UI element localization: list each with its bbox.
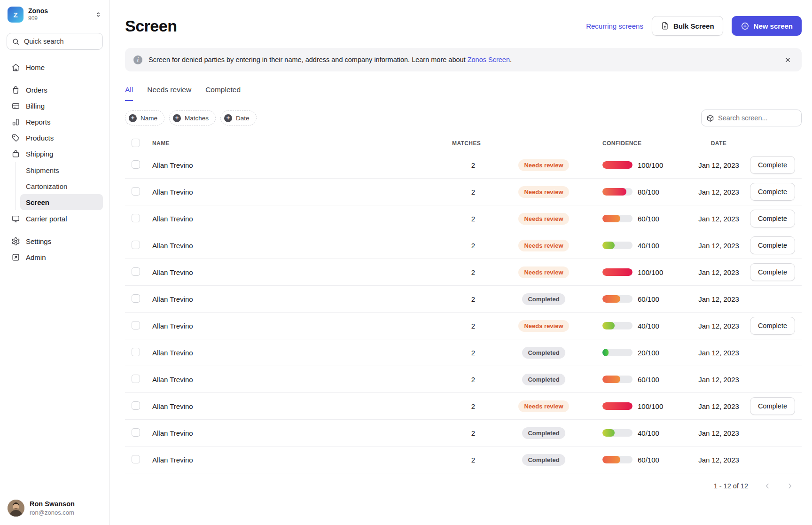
row-checkbox[interactable] — [132, 294, 140, 303]
org-id: 909 — [28, 16, 48, 22]
banner-text-suffix: . — [510, 56, 512, 63]
row-checkbox[interactable] — [132, 455, 140, 463]
plus-icon: + — [173, 114, 181, 122]
table-header: NAME MATCHES CONFIDENCE DATE — [125, 135, 802, 152]
table-row: Allan Trevino2Completed60/100Jan 12, 202… — [125, 366, 802, 393]
screen-search-input[interactable] — [718, 114, 796, 122]
status-badge: Completed — [522, 454, 565, 466]
complete-button[interactable]: Complete — [750, 210, 795, 227]
zonos-screen-link[interactable]: Zonos Screen — [468, 56, 510, 63]
row-date: Jan 12, 2023 — [689, 161, 748, 169]
sidebar-item-label: Shipments — [26, 166, 59, 174]
main-content: Screen Recurring screens Bulk Screen New… — [110, 0, 812, 525]
row-matches: 2 — [452, 295, 494, 303]
gear-icon — [11, 237, 20, 246]
row-checkbox[interactable] — [132, 375, 140, 383]
complete-button[interactable]: Complete — [750, 317, 795, 335]
sidebar-item-shipping[interactable]: Shipping — [7, 146, 103, 162]
complete-button[interactable]: Complete — [750, 263, 795, 281]
row-checkbox[interactable] — [132, 348, 140, 356]
chevron-right-icon[interactable] — [785, 481, 795, 491]
row-date: Jan 12, 2023 — [689, 242, 748, 250]
sidebar-item-settings[interactable]: Settings — [7, 233, 103, 249]
row-date: Jan 12, 2023 — [689, 295, 748, 303]
new-screen-button[interactable]: New screen — [732, 16, 802, 36]
complete-button[interactable]: Complete — [750, 156, 795, 174]
confidence-bar — [602, 456, 632, 463]
sidebar-item-orders[interactable]: Orders — [7, 82, 103, 98]
select-all-checkbox[interactable] — [132, 139, 140, 147]
tab-needs-review[interactable]: Needs review — [147, 86, 191, 101]
row-name: Allan Trevino — [152, 322, 452, 330]
row-checkbox[interactable] — [132, 160, 140, 169]
chevron-left-icon[interactable] — [762, 481, 773, 491]
sidebar-item-shipments[interactable]: Shipments — [20, 162, 103, 178]
confidence-value: 100/100 — [638, 268, 663, 276]
row-checkbox[interactable] — [132, 187, 140, 196]
status-badge: Needs review — [518, 213, 569, 225]
confidence-value: 20/100 — [638, 349, 659, 357]
page-header: Screen Recurring screens Bulk Screen New… — [125, 16, 802, 36]
nav-divider-space — [7, 75, 103, 82]
filter-chip-date[interactable]: + Date — [220, 110, 257, 125]
org-switcher[interactable]: Z Zonos 909 — [0, 7, 109, 23]
recurring-screens-link[interactable]: Recurring screens — [586, 22, 643, 30]
row-checkbox[interactable] — [132, 241, 140, 249]
filter-row: + Name + Matches + Date — [125, 110, 802, 126]
sidebar-item-reports[interactable]: Reports — [7, 114, 103, 130]
filter-label: Name — [141, 115, 157, 122]
table-body: Allan Trevino2Needs review100/100Jan 12,… — [125, 152, 802, 473]
sidebar-item-label: Reports — [26, 118, 51, 126]
filter-label: Matches — [185, 115, 209, 122]
complete-button[interactable]: Complete — [750, 397, 795, 415]
user-profile[interactable]: Ron Swanson ron@zonos.com — [0, 495, 109, 519]
info-icon: i — [133, 55, 142, 64]
confidence-bar — [602, 161, 632, 169]
row-checkbox[interactable] — [132, 214, 140, 222]
filter-chip-matches[interactable]: + Matches — [169, 110, 216, 125]
sidebar-item-label: Cartonization — [26, 182, 67, 190]
close-icon[interactable] — [782, 55, 793, 65]
sidebar-item-carrier-portal[interactable]: Carrier portal — [7, 211, 103, 227]
sidebar-item-screen[interactable]: Screen — [20, 194, 103, 210]
confidence-bar — [602, 429, 632, 437]
row-matches: 2 — [452, 349, 494, 357]
org-name: Zonos — [28, 7, 48, 15]
sidebar-item-cartonization[interactable]: Cartonization — [20, 178, 103, 194]
filter-chip-name[interactable]: + Name — [125, 110, 164, 125]
sidebar: Z Zonos 909 Home Orders — [0, 0, 110, 525]
row-checkbox[interactable] — [132, 321, 140, 329]
bulk-screen-label: Bulk Screen — [673, 22, 714, 30]
screen-table: NAME MATCHES CONFIDENCE DATE Allan Trevi… — [125, 135, 802, 473]
bar-chart-icon — [11, 118, 20, 126]
row-name: Allan Trevino — [152, 376, 452, 384]
status-badge: Completed — [522, 347, 565, 359]
sidebar-item-admin[interactable]: Admin — [7, 249, 103, 265]
row-checkbox[interactable] — [132, 267, 140, 276]
complete-button[interactable]: Complete — [750, 236, 795, 254]
pagination: 1 - 12 of 12 — [125, 473, 802, 491]
status-badge: Completed — [522, 427, 565, 439]
sidebar-item-label: Screen — [26, 198, 49, 206]
complete-button[interactable]: Complete — [750, 183, 795, 201]
page-title: Screen — [125, 17, 177, 35]
column-header-matches: MATCHES — [452, 140, 593, 147]
quick-search-input[interactable] — [24, 38, 98, 45]
nav-divider-space — [7, 227, 103, 233]
row-matches: 2 — [452, 188, 494, 196]
package-icon — [706, 114, 714, 122]
tab-completed[interactable]: Completed — [205, 86, 241, 101]
avatar — [8, 500, 24, 517]
row-matches: 2 — [452, 402, 494, 410]
sidebar-item-billing[interactable]: Billing — [7, 98, 103, 114]
row-date: Jan 12, 2023 — [689, 429, 748, 437]
bulk-screen-button[interactable]: Bulk Screen — [652, 16, 723, 36]
row-checkbox[interactable] — [132, 401, 140, 410]
row-checkbox[interactable] — [132, 428, 140, 437]
tab-all[interactable]: All — [125, 86, 133, 101]
sidebar-item-home[interactable]: Home — [7, 59, 103, 75]
row-name: Allan Trevino — [152, 456, 452, 464]
confidence-bar — [602, 322, 632, 329]
plus-icon: + — [129, 114, 137, 122]
sidebar-item-products[interactable]: Products — [7, 130, 103, 146]
